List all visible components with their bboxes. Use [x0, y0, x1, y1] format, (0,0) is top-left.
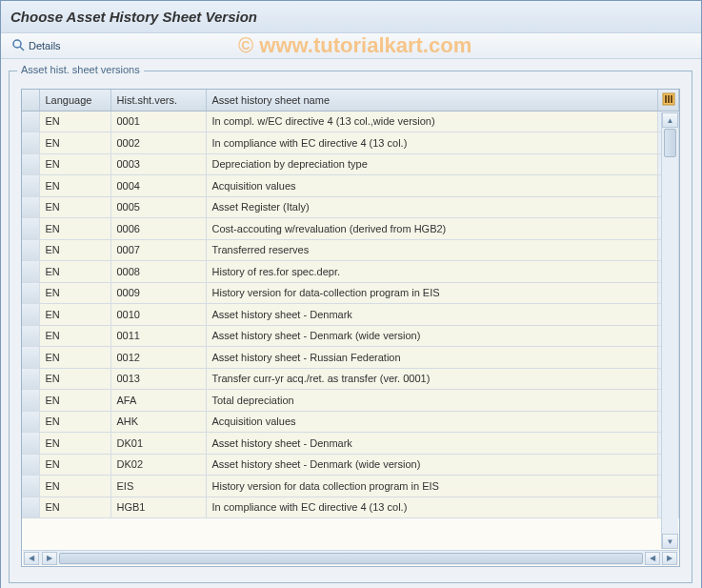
row-selector[interactable]: [22, 283, 39, 304]
row-selector[interactable]: [22, 304, 39, 325]
vertical-scrollbar[interactable]: ▲ ▼: [661, 112, 678, 549]
language-header[interactable]: Language: [39, 90, 110, 111]
version-cell[interactable]: AHK: [110, 412, 206, 433]
scroll-right-button-2[interactable]: ▶: [662, 552, 677, 565]
language-cell[interactable]: EN: [39, 369, 110, 390]
version-cell[interactable]: EIS: [110, 476, 206, 497]
scroll-up-button[interactable]: ▲: [662, 112, 678, 128]
version-cell[interactable]: 0004: [110, 175, 206, 196]
row-selector[interactable]: [22, 433, 39, 454]
table-row[interactable]: ENDK01Asset history sheet - Denmark: [22, 433, 679, 455]
name-cell[interactable]: Acquisition values: [206, 412, 658, 433]
version-cell[interactable]: 0006: [110, 218, 206, 239]
language-cell[interactable]: EN: [39, 240, 110, 261]
scroll-left-button-1[interactable]: ◀: [24, 552, 39, 565]
version-header[interactable]: Hist.sht.vers.: [110, 90, 206, 111]
version-cell[interactable]: 0009: [110, 283, 206, 304]
name-cell[interactable]: Asset Register (Italy): [206, 197, 658, 218]
language-cell[interactable]: EN: [39, 476, 110, 497]
name-cell[interactable]: In compliance with EC directive 4 (13 co…: [206, 132, 658, 153]
table-row[interactable]: ENEISHistory version for data collection…: [22, 476, 679, 497]
name-cell[interactable]: Transfer curr-yr acq./ret. as transfer (…: [206, 369, 658, 390]
language-cell[interactable]: EN: [39, 497, 110, 518]
row-selector[interactable]: [22, 175, 39, 196]
row-selector[interactable]: [22, 218, 39, 239]
row-selector[interactable]: [22, 261, 39, 282]
table-row[interactable]: ENAFATotal depreciation: [22, 390, 679, 412]
name-cell[interactable]: Depreciation by depreciation type: [206, 154, 658, 175]
table-row[interactable]: EN0011Asset history sheet - Denmark (wid…: [22, 326, 679, 348]
version-cell[interactable]: AFA: [110, 390, 206, 411]
version-cell[interactable]: HGB1: [110, 497, 206, 518]
version-cell[interactable]: 0002: [110, 132, 206, 153]
row-selector[interactable]: [22, 154, 39, 175]
row-selector[interactable]: [22, 240, 39, 261]
name-cell[interactable]: Asset history sheet - Denmark: [206, 433, 658, 454]
table-row[interactable]: EN0010Asset history sheet - Denmark: [22, 304, 679, 326]
row-selector[interactable]: [22, 412, 39, 433]
name-cell[interactable]: History of res.for spec.depr.: [206, 261, 658, 282]
version-cell[interactable]: 0008: [110, 261, 206, 282]
table-row[interactable]: EN0013Transfer curr-yr acq./ret. as tran…: [22, 369, 679, 391]
name-cell[interactable]: In compl. w/EC directive 4 (13 col.,wide…: [206, 112, 658, 132]
table-row[interactable]: EN0003Depreciation by depreciation type: [22, 154, 679, 176]
name-cell[interactable]: Asset history sheet - Denmark (wide vers…: [206, 455, 658, 476]
version-cell[interactable]: 0012: [110, 347, 206, 368]
language-cell[interactable]: EN: [39, 455, 110, 476]
name-cell[interactable]: History version for data-collection prog…: [206, 283, 658, 304]
name-cell[interactable]: Cost-accouting w/revaluation (derived fr…: [206, 218, 658, 239]
language-cell[interactable]: EN: [39, 412, 110, 433]
version-cell[interactable]: 0007: [110, 240, 206, 261]
version-cell[interactable]: 0003: [110, 154, 206, 175]
version-cell[interactable]: 0010: [110, 304, 206, 325]
vertical-scroll-thumb[interactable]: [664, 129, 676, 157]
language-cell[interactable]: EN: [39, 154, 110, 175]
name-header[interactable]: Asset history sheet name: [206, 90, 658, 111]
name-cell[interactable]: History version for data collection prog…: [206, 476, 658, 497]
language-cell[interactable]: EN: [39, 347, 110, 368]
details-button[interactable]: Details: [7, 37, 67, 54]
name-cell[interactable]: Total depreciation: [206, 390, 658, 411]
table-row[interactable]: EN0005Asset Register (Italy): [22, 197, 679, 219]
select-all-header[interactable]: [22, 90, 39, 111]
language-cell[interactable]: EN: [39, 112, 110, 132]
table-row[interactable]: EN0001In compl. w/EC directive 4 (13 col…: [22, 112, 679, 133]
row-selector[interactable]: [22, 112, 39, 132]
language-cell[interactable]: EN: [39, 197, 110, 218]
version-cell[interactable]: DK01: [110, 433, 206, 454]
hscroll-track-main[interactable]: [59, 553, 643, 564]
language-cell[interactable]: EN: [39, 433, 110, 454]
table-row[interactable]: EN0006Cost-accouting w/revaluation (deri…: [22, 218, 679, 240]
version-cell[interactable]: DK02: [110, 455, 206, 476]
row-selector[interactable]: [22, 476, 39, 497]
horizontal-scroll-thumb[interactable]: [59, 553, 643, 564]
table-config-header[interactable]: [658, 90, 679, 111]
row-selector[interactable]: [22, 197, 39, 218]
table-row[interactable]: EN0004Acquisition values: [22, 175, 679, 197]
language-cell[interactable]: EN: [39, 175, 110, 196]
row-selector[interactable]: [22, 369, 39, 390]
table-row[interactable]: ENAHKAcquisition values: [22, 412, 679, 434]
name-cell[interactable]: Transferred reserves: [206, 240, 658, 261]
table-row[interactable]: EN0007Transferred reserves: [22, 240, 679, 262]
table-row[interactable]: EN0009History version for data-collectio…: [22, 283, 679, 305]
version-cell[interactable]: 0011: [110, 326, 206, 347]
table-row[interactable]: ENDK02Asset history sheet - Denmark (wid…: [22, 455, 679, 476]
table-row[interactable]: EN0012Asset history sheet - Russian Fede…: [22, 347, 679, 369]
language-cell[interactable]: EN: [39, 390, 110, 411]
row-selector[interactable]: [22, 132, 39, 153]
language-cell[interactable]: EN: [39, 326, 110, 347]
version-cell[interactable]: 0005: [110, 197, 206, 218]
row-selector[interactable]: [22, 347, 39, 368]
row-selector[interactable]: [22, 455, 39, 476]
scroll-down-button[interactable]: ▼: [662, 534, 678, 549]
language-cell[interactable]: EN: [39, 304, 110, 325]
name-cell[interactable]: Acquisition values: [206, 175, 658, 196]
version-cell[interactable]: 0001: [110, 112, 206, 132]
table-row[interactable]: EN0008History of res.for spec.depr.: [22, 261, 679, 283]
row-selector[interactable]: [22, 497, 39, 518]
scroll-right-button-1[interactable]: ▶: [42, 552, 57, 565]
name-cell[interactable]: Asset history sheet - Russian Federation: [206, 347, 658, 368]
name-cell[interactable]: Asset history sheet - Denmark (wide vers…: [206, 326, 658, 347]
table-row[interactable]: EN0002In compliance with EC directive 4 …: [22, 132, 679, 154]
